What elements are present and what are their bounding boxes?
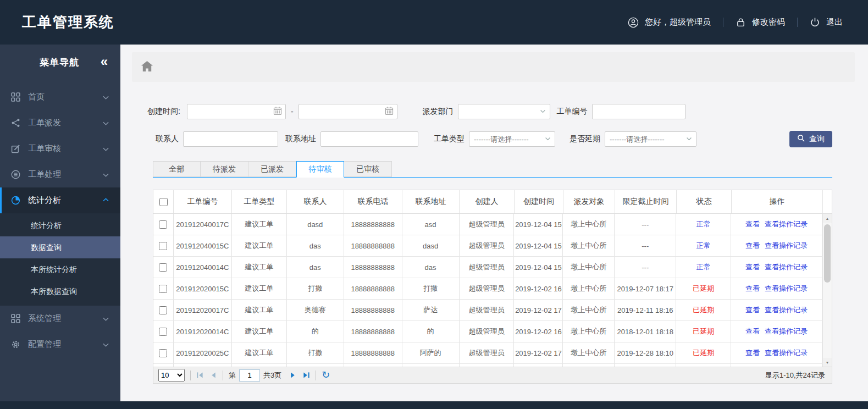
view-log-link[interactable]: 查看操作记录 bbox=[765, 305, 808, 315]
order-type-field: -------请选择------- bbox=[469, 131, 555, 147]
scroll-down-button[interactable]: ▼ bbox=[823, 358, 832, 367]
row-checkbox[interactable] bbox=[159, 349, 167, 357]
last-page-button[interactable] bbox=[303, 372, 310, 379]
scroll-up-button[interactable]: ▲ bbox=[823, 214, 832, 223]
contact-input[interactable] bbox=[183, 131, 278, 147]
tab-to-dispatch[interactable]: 待派发 bbox=[201, 161, 248, 177]
header-divider bbox=[797, 18, 798, 27]
filter-row-2: 联系人 联系地址 工单类型 -------请选择------- 是否延期 ---… bbox=[147, 131, 832, 147]
cell-contact: dasd bbox=[287, 214, 344, 235]
search-button[interactable]: 查询 bbox=[789, 131, 832, 147]
col-header-type: 工单类型 bbox=[232, 190, 287, 213]
cell-creator: 超级管理员 bbox=[460, 214, 515, 235]
sidebar: 菜单导航 « 首页 工单派发 工单审核 工单处理 bbox=[0, 45, 120, 401]
order-no-input[interactable] bbox=[592, 104, 685, 119]
view-link[interactable]: 查看 bbox=[745, 327, 760, 336]
is-delayed-select[interactable]: -------请选择------- bbox=[605, 131, 696, 147]
cell-target: 墩上中心所 bbox=[563, 278, 615, 299]
table-row: 201912040014C 建议工单 das 18888888888 das 超… bbox=[153, 257, 822, 278]
status-badge: 已延期 bbox=[676, 321, 731, 342]
tab-reviewed[interactable]: 已审核 bbox=[344, 161, 392, 177]
statistics-submenu: 统计分析 数据查询 本所统计分析 本所数据查询 bbox=[0, 213, 120, 306]
cell-phone: 18888888888 bbox=[344, 278, 402, 299]
table-panel: 工单编号 工单类型 联系人 联系电话 联系地址 创建人 创建时间 派发对象 限定… bbox=[153, 190, 832, 384]
sidebar-item-statistics[interactable]: 统计分析 bbox=[0, 187, 120, 213]
tab-to-review[interactable]: 待审核 bbox=[296, 161, 344, 178]
cell-actions: 查看 查看操作记录 bbox=[731, 300, 822, 320]
submenu-item-statistics[interactable]: 统计分析 bbox=[0, 214, 120, 236]
tab-all[interactable]: 全部 bbox=[153, 161, 201, 177]
dispatch-dept-field bbox=[458, 104, 550, 119]
row-checkbox[interactable] bbox=[159, 285, 167, 293]
row-checkbox[interactable] bbox=[159, 242, 167, 250]
dispatch-dept-label: 派发部门 bbox=[423, 107, 454, 117]
refresh-icon[interactable]: ↻ bbox=[322, 370, 330, 380]
sidebar-item-process[interactable]: 工单处理 bbox=[0, 162, 120, 187]
page-size-select[interactable]: 10 bbox=[158, 369, 185, 382]
scroll-thumb[interactable] bbox=[824, 224, 831, 283]
table-scrollbar[interactable]: ▲ ▼ bbox=[822, 214, 832, 367]
cell-contact: 打撒 bbox=[287, 342, 344, 363]
cell-creator: 超级管理员 bbox=[460, 235, 515, 256]
view-link[interactable]: 查看 bbox=[745, 348, 760, 358]
cell-type: 建议工单 bbox=[232, 235, 287, 256]
view-log-link[interactable]: 查看操作记录 bbox=[765, 241, 808, 251]
next-page-button[interactable] bbox=[289, 372, 296, 379]
submenu-item-local-data-query[interactable]: 本所数据查询 bbox=[0, 280, 120, 302]
dispatch-dept-select[interactable] bbox=[458, 104, 550, 119]
sidebar-item-system[interactable]: 系统管理 bbox=[0, 306, 120, 331]
row-checkbox[interactable] bbox=[159, 263, 167, 272]
view-log-link[interactable]: 查看操作记录 bbox=[765, 284, 808, 294]
header-divider bbox=[723, 18, 723, 27]
created-time-label: 创建时间: bbox=[147, 107, 180, 117]
collapse-sidebar-icon[interactable]: « bbox=[101, 55, 108, 68]
power-icon bbox=[810, 17, 820, 27]
page-number-input[interactable] bbox=[239, 369, 260, 382]
cell-contact: das bbox=[287, 235, 344, 256]
table-row bbox=[153, 364, 822, 367]
address-input[interactable] bbox=[320, 131, 418, 147]
search-button-label: 查询 bbox=[809, 134, 825, 144]
view-link[interactable]: 查看 bbox=[745, 262, 760, 272]
logout-button[interactable]: 退出 bbox=[810, 17, 843, 27]
created-to-input[interactable] bbox=[298, 104, 397, 119]
view-link[interactable]: 查看 bbox=[745, 219, 760, 229]
sidebar-item-review[interactable]: 工单审核 bbox=[0, 136, 120, 162]
table-header: 工单编号 工单类型 联系人 联系电话 联系地址 创建人 创建时间 派发对象 限定… bbox=[153, 190, 832, 214]
view-log-link[interactable]: 查看操作记录 bbox=[765, 348, 808, 358]
submenu-item-local-statistics[interactable]: 本所统计分析 bbox=[0, 258, 120, 280]
row-checkbox[interactable] bbox=[159, 220, 167, 229]
cell-type: 建议工单 bbox=[232, 278, 287, 299]
cell-actions: 查看 查看操作记录 bbox=[731, 278, 822, 299]
view-link[interactable]: 查看 bbox=[745, 305, 760, 315]
submenu-item-data-query[interactable]: 数据查询 bbox=[0, 236, 120, 258]
order-type-select[interactable]: -------请选择------- bbox=[469, 131, 555, 147]
user-icon bbox=[628, 17, 639, 28]
cell-address: 阿萨的 bbox=[402, 342, 460, 363]
sidebar-item-config[interactable]: 配置管理 bbox=[0, 331, 120, 357]
tab-dispatched[interactable]: 已派发 bbox=[248, 161, 296, 177]
change-password-button[interactable]: 修改密码 bbox=[736, 17, 785, 27]
chevron-down-icon bbox=[102, 315, 109, 322]
select-all-checkbox[interactable] bbox=[159, 198, 168, 206]
home-icon[interactable] bbox=[141, 61, 153, 74]
change-password-label: 修改密码 bbox=[752, 17, 785, 27]
prev-page-button[interactable] bbox=[210, 372, 217, 379]
first-page-button[interactable] bbox=[196, 372, 203, 379]
cell-created: 2019-12-02 16 bbox=[514, 278, 563, 299]
row-checkbox[interactable] bbox=[159, 306, 167, 314]
chevron-down-icon bbox=[102, 145, 109, 152]
sidebar-item-dispatch[interactable]: 工单派发 bbox=[0, 110, 120, 136]
pager-divider bbox=[316, 371, 316, 380]
row-checkbox[interactable] bbox=[159, 328, 167, 336]
view-log-link[interactable]: 查看操作记录 bbox=[765, 219, 808, 229]
view-log-link[interactable]: 查看操作记录 bbox=[765, 262, 808, 272]
sidebar-item-home[interactable]: 首页 bbox=[0, 84, 120, 110]
view-log-link[interactable]: 查看操作记录 bbox=[765, 327, 808, 336]
chevron-down-icon bbox=[102, 93, 109, 101]
created-from-input[interactable] bbox=[187, 104, 286, 119]
cell-created: 2019-12-04 15 bbox=[514, 257, 563, 278]
cell-phone: 18888888888 bbox=[344, 235, 402, 256]
view-link[interactable]: 查看 bbox=[745, 284, 760, 294]
view-link[interactable]: 查看 bbox=[745, 241, 760, 251]
